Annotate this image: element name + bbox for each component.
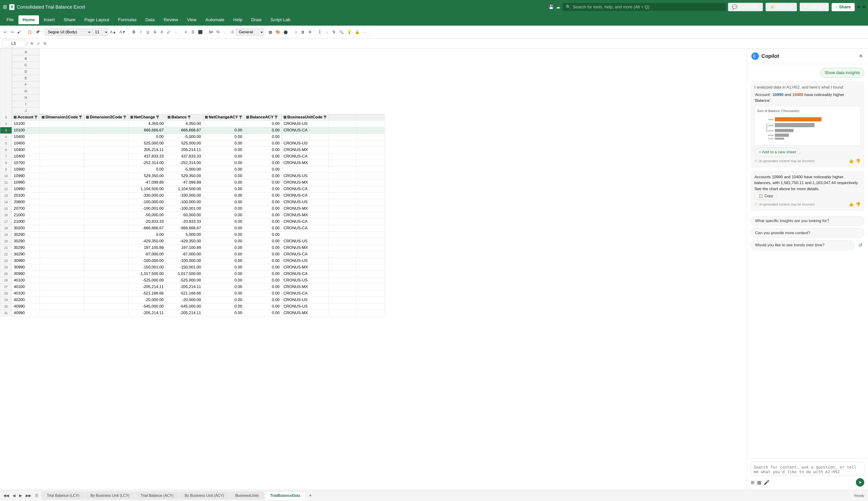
cell-21-c[interactable] — [84, 244, 128, 251]
cell-30-a[interactable]: 40990 — [12, 303, 40, 310]
cell-4-d[interactable]: 0.00 — [128, 134, 166, 140]
cell-11-d[interactable]: -47,099.89 — [128, 179, 166, 186]
cell-14-h[interactable]: CRONUS-US — [282, 199, 328, 205]
tab-trial-balance-acy[interactable]: Trial Balance (ACY) — [135, 491, 179, 500]
cell-8-g[interactable]: 0.00 — [244, 160, 282, 166]
cell-7-d[interactable]: 437,833.33 — [128, 153, 166, 160]
copy-button[interactable]: 📋 — [26, 29, 33, 36]
cell-6-f[interactable]: 0.00 — [203, 147, 244, 153]
cell-27-f[interactable]: 0.00 — [203, 284, 244, 290]
cell-18-d[interactable]: -666,666.67 — [128, 225, 166, 231]
cell-25-h[interactable]: CRONUS-CA — [282, 270, 328, 277]
paste-button[interactable]: 📌 — [34, 29, 41, 36]
cell-20-e[interactable]: -429,350.00 — [166, 238, 203, 244]
cell-31-c[interactable] — [84, 310, 128, 316]
table-row[interactable]: 2640100-525,000.00-525,000.000.000.00CRO… — [0, 277, 385, 284]
cell-16-i[interactable] — [328, 212, 357, 218]
tab-trial-balance-data[interactable]: TrialBalanceData — [265, 491, 305, 500]
cell-19-c[interactable] — [84, 231, 128, 238]
align-left-button[interactable]: ≡ — [182, 29, 189, 36]
cell-13-a[interactable]: 20100 — [12, 192, 40, 199]
cell-31-a[interactable]: 40990 — [12, 310, 40, 316]
table-row[interactable]: 2840100-521,166.66-521,166.660.000.00CRO… — [0, 290, 385, 297]
cell-15-g[interactable]: 0.00 — [244, 205, 282, 212]
cell-26-e[interactable]: -525,000.00 — [166, 277, 203, 284]
tab-draw[interactable]: Draw — [247, 15, 265, 24]
cell-5-g[interactable]: 0.00 — [244, 140, 282, 147]
cell-13-j[interactable] — [357, 192, 385, 199]
cell-26-j[interactable] — [357, 277, 385, 284]
cell-23-h[interactable]: CRONUS-US — [282, 257, 328, 264]
cell-reference-box[interactable] — [2, 40, 25, 47]
cell-15-d[interactable]: -100,001.00 — [128, 205, 166, 212]
col-header-f[interactable]: F — [12, 81, 40, 88]
cell-10-j[interactable] — [357, 173, 385, 179]
cell-20-c[interactable] — [84, 238, 128, 244]
cell-29-c[interactable] — [84, 297, 128, 303]
formula-confirm-button[interactable]: ✓ — [36, 41, 41, 46]
cell-24-j[interactable] — [357, 264, 385, 270]
share-button[interactable]: ↑ Share — [832, 3, 855, 11]
cell-3-f[interactable]: 0.00 — [203, 127, 244, 134]
cell-18-j[interactable] — [357, 225, 385, 231]
cell-30-b[interactable] — [40, 303, 84, 310]
cell-8-b[interactable] — [40, 160, 84, 166]
cell-12-c[interactable] — [84, 186, 128, 192]
avatar[interactable]: M — [863, 6, 865, 9]
cell-13-i[interactable] — [328, 192, 357, 199]
cell-12-j[interactable] — [357, 186, 385, 192]
cell-13-f[interactable]: 0.00 — [203, 192, 244, 199]
cell-28-g[interactable]: 0.00 — [244, 290, 282, 297]
cell-23-b[interactable] — [40, 257, 84, 264]
cell-31-h[interactable]: CRONUS-MX — [282, 310, 328, 316]
cell-16-h[interactable]: CRONUS-MX — [282, 212, 328, 218]
cell-14-a[interactable]: 20600 — [12, 199, 40, 205]
cell-27-i[interactable] — [328, 284, 357, 290]
cell-27-e[interactable]: -205,214.11 — [166, 284, 203, 290]
cell-13-c[interactable] — [84, 192, 128, 199]
cell-28-f[interactable]: 0.00 — [203, 290, 244, 297]
cell-14-f[interactable]: 0.00 — [203, 199, 244, 205]
cell-12-h[interactable]: CRONUS-CA — [282, 186, 328, 192]
cell-29-a[interactable]: 40200 — [12, 297, 40, 303]
cell-6-e[interactable]: 205,214.11 — [166, 147, 203, 153]
cell-5-h[interactable]: CRONUS-US — [282, 140, 328, 147]
cell-6-h[interactable]: CRONUS-MX — [282, 147, 328, 153]
cell-15-c[interactable] — [84, 205, 128, 212]
strikethrough-button[interactable]: S — [151, 29, 158, 36]
cell-14-g[interactable]: 0.00 — [244, 199, 282, 205]
find-button[interactable]: 🔍 — [338, 29, 345, 36]
cell-8-f[interactable]: 0.00 — [203, 160, 244, 166]
cell-23-i[interactable] — [328, 257, 357, 264]
cell-16-c[interactable] — [84, 212, 128, 218]
cell-26-d[interactable]: -525,000.00 — [128, 277, 166, 284]
cell-3-e[interactable]: 666,666.67 — [166, 127, 203, 134]
cell-22-c[interactable] — [84, 251, 128, 257]
cell-21-i[interactable] — [328, 244, 357, 251]
cell-31-d[interactable]: -205,214.11 — [128, 310, 166, 316]
col-header-e[interactable]: E — [12, 75, 40, 81]
cell-4-i[interactable] — [328, 134, 357, 140]
cell-11-i[interactable] — [328, 179, 357, 186]
cell-25-d[interactable]: -1,017,500.00 — [128, 270, 166, 277]
decrease-font-button[interactable]: A▼ — [118, 29, 127, 36]
add-to-sheet-button[interactable]: + Add to a new sheet — [754, 148, 801, 157]
cell-17-f[interactable]: 0.00 — [203, 218, 244, 225]
table-row[interactable]: 2740100-205,214.11-205,214.110.000.00CRO… — [0, 284, 385, 290]
cell-7-g[interactable]: 0.00 — [244, 153, 282, 160]
thumbs-down-2[interactable]: 👎 — [855, 201, 860, 207]
cell-14-j[interactable] — [357, 199, 385, 205]
cell-28-c[interactable] — [84, 290, 128, 297]
cell-30-h[interactable]: CRONUS-US — [282, 303, 328, 310]
format-cells-button[interactable]: ⚙ — [307, 29, 313, 36]
cell-2-e[interactable]: 4,350.00 — [166, 120, 203, 127]
cell-11-c[interactable] — [84, 179, 128, 186]
cell-22-b[interactable] — [40, 251, 84, 257]
cell-18-a[interactable]: 30200 — [12, 225, 40, 231]
cell-8-a[interactable]: 10700 — [12, 160, 40, 166]
cell-8-d[interactable]: -252,314.00 — [128, 160, 166, 166]
cell-5-c[interactable] — [84, 140, 128, 147]
cell-14-b[interactable] — [40, 199, 84, 205]
table-row[interactable]: 4104000.00-5,000.000.000.00 — [0, 134, 385, 140]
cell-27-g[interactable]: 0.00 — [244, 284, 282, 290]
